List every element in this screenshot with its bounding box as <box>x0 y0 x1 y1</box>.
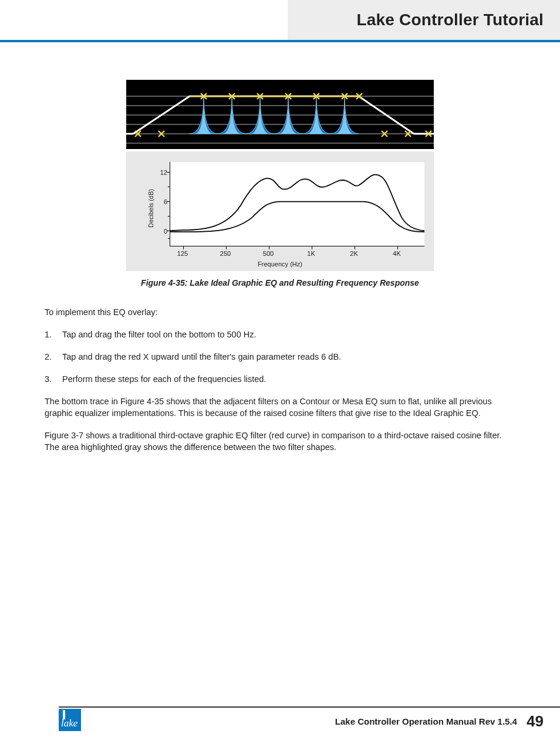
x-axis-label: Frequency (Hz) <box>258 261 302 268</box>
step-1: Tap and drag the filter tool on the bott… <box>45 329 515 340</box>
page-footer: lake Lake Controller Operation Manual Re… <box>0 706 560 733</box>
upper-response-curve <box>170 175 424 231</box>
x-tick-2k: 2K <box>350 250 357 257</box>
page-title: Lake Controller Tutorial <box>356 11 544 29</box>
svg-rect-0 <box>126 80 434 149</box>
y-axis-label: Decibels (dB) <box>147 189 154 228</box>
y-tick-0: 0 <box>154 228 167 235</box>
y-tick-12: 12 <box>154 169 167 176</box>
page-header: Lake Controller Tutorial <box>0 0 560 42</box>
y-tick-6: 6 <box>154 198 167 205</box>
x-tick-4k: 4K <box>393 250 400 257</box>
footer-rule <box>59 706 560 708</box>
step-2: Tap and drag the red X upward until the … <box>45 351 515 363</box>
x-tick-1k: 1K <box>307 250 315 257</box>
steps-list: Tap and drag the filter tool on the bott… <box>45 329 515 385</box>
intro-text: To implement this EQ overlay: <box>45 306 515 318</box>
x-tick-250: 250 <box>220 250 231 257</box>
figure-caption: Figure 4-35: Lake Ideal Graphic EQ and R… <box>126 278 434 288</box>
figure-block: Decibels (dB) 12 6 0 MAGNITUDE <box>126 80 434 288</box>
paragraph-1: The bottom trace in Figure 4-35 shows th… <box>45 395 515 419</box>
magnitude-chart: Decibels (dB) 12 6 0 MAGNITUDE <box>126 151 434 271</box>
manual-name: Lake Controller Operation Manual Rev 1.5… <box>335 716 517 726</box>
chart-plot-area <box>170 162 424 246</box>
header-background: Lake Controller Tutorial <box>288 0 560 40</box>
eq-overlay-image <box>126 80 434 149</box>
lake-logo-icon: lake <box>59 709 81 731</box>
paragraph-2: Figure 3-7 shows a traditional third-oct… <box>45 430 515 453</box>
x-tick-125: 125 <box>177 250 188 257</box>
page-number: 49 <box>527 712 544 730</box>
svg-rect-37 <box>63 710 65 719</box>
body-content: To implement this EQ overlay: Tap and dr… <box>45 306 515 453</box>
step-3: Perform these steps for each of the freq… <box>45 373 515 385</box>
x-tick-500: 500 <box>263 250 274 257</box>
footer-text: Lake Controller Operation Manual Rev 1.5… <box>335 712 544 731</box>
header-rule <box>0 40 560 42</box>
